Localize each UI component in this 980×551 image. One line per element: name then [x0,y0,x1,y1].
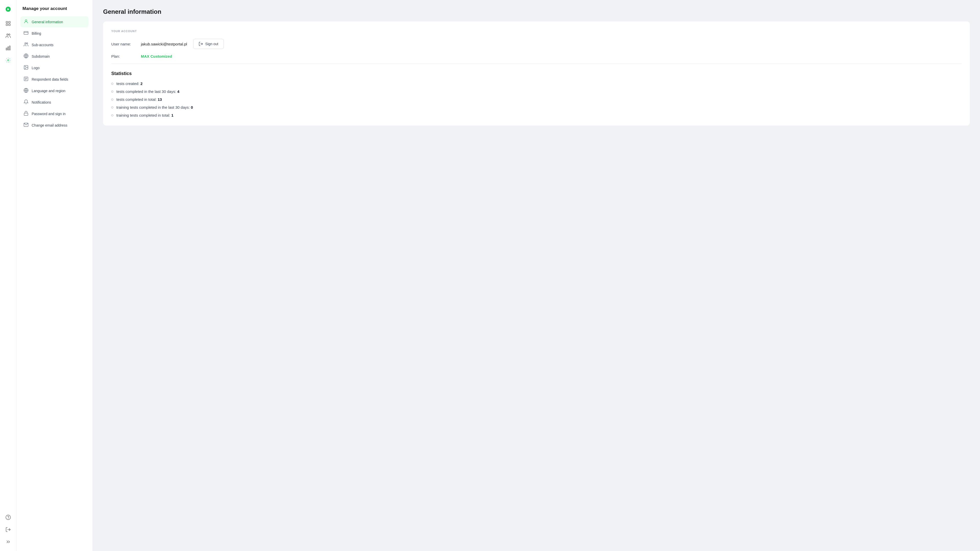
svg-point-14 [25,20,27,21]
stats-list-item: tests completed in total: 13 [111,97,962,102]
sidebar-item-label: Subdomain [32,54,50,59]
statistics-list: tests created: 2 tests completed in the … [111,81,962,118]
general-information-icon [24,19,29,25]
username-row: User name: jakub.sawicki@testportal.pl S… [111,39,962,49]
stat-text: tests completed in total: 13 [116,97,162,102]
stat-value: 1 [171,113,173,118]
sidebar-item-logo[interactable]: Logo [21,62,89,73]
expand-icon[interactable] [3,537,13,547]
sidebar-item-label: Password and sign in [32,112,65,116]
users-icon[interactable] [3,30,13,41]
stat-text: tests completed in the last 30 days: 4 [116,89,180,94]
icon-bar-bottom [3,512,13,547]
sidebar-item-label: Logo [32,66,40,70]
sidebar-item-change-email-address[interactable]: Change email address [21,120,89,131]
settings-icon[interactable] [3,55,13,65]
nav-menu: General information Billing Sub-accounts… [21,16,89,131]
grid-icon[interactable] [3,18,13,29]
username-label: User name: [111,42,137,46]
sidebar-item-general-information[interactable]: General information [21,16,89,27]
sidebar-item-notifications[interactable]: Notifications [21,97,89,108]
logo-icon[interactable] [3,4,13,14]
logout-icon[interactable] [3,524,13,535]
main-content: General information YOUR ACCOUNT User na… [93,0,980,551]
sidebar-item-language-and-region[interactable]: Language and region [21,85,89,96]
username-value: jakub.sawicki@testportal.pl [141,42,187,46]
password-and-sign-in-icon [24,111,29,117]
bullet-icon [111,83,113,85]
stat-value: 13 [158,97,162,102]
bullet-icon [111,107,113,108]
icon-bar [0,0,16,551]
sidebar-item-label: Respondent data fields [32,77,68,81]
sidebar-item-billing[interactable]: Billing [21,28,89,39]
icon-bar-top [3,4,13,65]
plan-value: MAX Customized [141,54,172,59]
svg-rect-4 [8,24,10,25]
svg-rect-2 [8,21,10,23]
sidebar-item-label: Billing [32,31,41,35]
svg-rect-3 [6,24,7,25]
notifications-icon [24,99,29,105]
bullet-icon [111,99,113,100]
divider [111,64,962,64]
svg-rect-1 [6,21,7,23]
svg-point-18 [27,43,28,44]
svg-point-5 [6,34,8,35]
sidebar-item-label: Sub-accounts [32,43,54,47]
sign-out-label: Sign out [205,42,218,46]
stat-value: 2 [140,81,142,86]
sidebar-item-label: General information [32,20,63,24]
help-icon[interactable] [3,512,13,522]
account-card: YOUR ACCOUNT User name: jakub.sawicki@te… [103,21,970,126]
stats-list-item: training tests completed in the last 30 … [111,105,962,110]
stats-list-item: training tests completed in total: 1 [111,113,962,118]
sidebar-item-sub-accounts[interactable]: Sub-accounts [21,39,89,50]
stats-list-item: tests completed in the last 30 days: 4 [111,89,962,94]
stat-text: tests created: 2 [116,81,143,86]
svg-point-22 [25,66,26,67]
sidebar-title: Manage your account [21,6,89,11]
plan-row: Plan: MAX Customized [111,54,962,59]
chart-icon[interactable] [3,43,13,53]
respondent-data-fields-icon [24,76,29,82]
sidebar-item-label: Change email address [32,123,67,127]
svg-point-17 [25,43,26,44]
sidebar-item-subdomain[interactable]: Subdomain [21,51,89,62]
stat-value: 0 [191,105,193,110]
sign-out-button[interactable]: Sign out [193,39,224,49]
sign-out-icon [199,41,203,46]
section-label: YOUR ACCOUNT [111,30,962,33]
sub-accounts-icon [24,42,29,48]
statistics-title: Statistics [111,71,962,76]
svg-rect-15 [24,31,28,35]
bullet-icon [111,114,113,116]
stat-text: training tests completed in the last 30 … [116,105,193,110]
billing-icon [24,30,29,36]
change-email-address-icon [24,122,29,128]
page-title: General information [103,8,970,15]
svg-rect-8 [8,47,9,50]
svg-point-11 [6,515,10,520]
svg-rect-29 [24,113,28,115]
stats-list-item: tests created: 2 [111,81,962,86]
svg-point-6 [8,34,10,35]
svg-rect-7 [6,48,7,50]
stat-value: 4 [177,89,179,94]
svg-point-10 [7,59,9,61]
language-and-region-icon [24,88,29,94]
logo-icon [24,65,29,71]
sidebar-item-respondent-data-fields[interactable]: Respondent data fields [21,74,89,85]
sidebar-item-password-and-sign-in[interactable]: Password and sign in [21,108,89,119]
stat-text: training tests completed in total: 1 [116,113,173,118]
sidebar-item-label: Language and region [32,89,65,93]
sidebar: Manage your account General information … [16,0,93,551]
subdomain-icon [24,53,29,59]
plan-label: Plan: [111,54,137,59]
svg-rect-9 [9,46,10,50]
bullet-icon [111,91,113,92]
sidebar-item-label: Notifications [32,100,51,104]
